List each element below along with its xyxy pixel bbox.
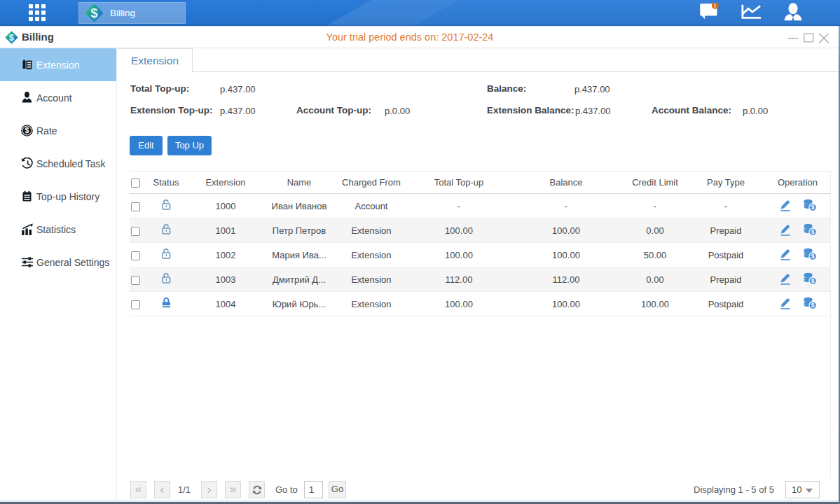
svg-text:$: $	[25, 126, 29, 134]
svg-text:$: $	[90, 6, 98, 20]
svg-text:!: !	[714, 3, 716, 9]
